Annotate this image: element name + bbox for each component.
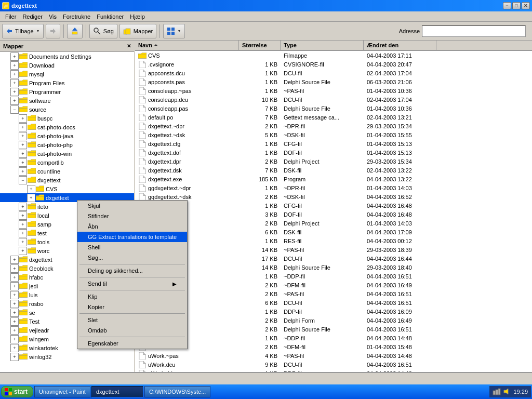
tree-expander[interactable]: + bbox=[10, 282, 19, 290]
tree-item-source[interactable]: − source bbox=[0, 105, 134, 114]
tree-expander[interactable]: + bbox=[10, 326, 19, 335]
tree-expander[interactable]: + bbox=[19, 167, 27, 176]
tree-expander[interactable]: + bbox=[10, 70, 19, 78]
menu-filer[interactable]: Filer bbox=[2, 12, 19, 21]
file-row[interactable]: .cvsignore1 KBCVSIGNORE-fil04-04-2003 20… bbox=[135, 60, 532, 69]
tree-item-programmer[interactable]: + Programmer bbox=[0, 87, 134, 96]
tree-expander[interactable]: + bbox=[19, 123, 27, 131]
context-menu-item[interactable]: Egenskaber bbox=[77, 338, 187, 349]
close-button[interactable]: ✕ bbox=[522, 2, 530, 9]
file-row[interactable]: ..pas22 KBDelphi Source File04-04-2003 1… bbox=[135, 325, 532, 334]
tree-expander[interactable]: + bbox=[19, 158, 27, 167]
file-row[interactable]: dxgettext.cfg1 KBCFG-fil01-04-2003 15:13 bbox=[135, 139, 532, 148]
tree-item-software[interactable]: + software bbox=[0, 96, 134, 105]
tree-expander[interactable]: + bbox=[19, 150, 27, 158]
context-menu-item[interactable]: Shell bbox=[77, 242, 187, 252]
file-row[interactable]: gqdxgettext.~dsk2 KB~DSK-fil04-04-2003 1… bbox=[135, 192, 532, 201]
tree-item-buspc[interactable]: + buspc bbox=[0, 114, 134, 123]
menu-rediger[interactable]: Rediger bbox=[19, 12, 46, 21]
col-header-name[interactable]: Navn bbox=[135, 41, 239, 50]
tree-expander[interactable]: + bbox=[19, 238, 27, 246]
tree-expander[interactable]: + bbox=[10, 256, 19, 264]
file-row[interactable]: ..pas14 KBDelphi Source File29-03-2003 1… bbox=[135, 263, 532, 272]
file-row[interactable]: CVSFilmappe04-04-2003 17:11 bbox=[135, 51, 532, 60]
tree-expander[interactable]: + bbox=[10, 79, 19, 87]
col-header-type[interactable]: Type bbox=[281, 41, 364, 50]
tree-expander[interactable]: − bbox=[10, 105, 19, 114]
context-menu-item[interactable]: Omdøb bbox=[77, 325, 187, 336]
file-row[interactable]: ..res1 KBRES-fil04-04-2003 00:12 bbox=[135, 236, 532, 245]
context-menu-item[interactable]: Søg... bbox=[77, 252, 187, 263]
tree-expander[interactable]: − bbox=[19, 176, 27, 184]
taskbar-item[interactable]: Unavngivet - Paint bbox=[34, 386, 90, 397]
file-row[interactable]: ..dfm2 KBDelphi Form04-04-2003 16:49 bbox=[135, 316, 532, 325]
search-button[interactable]: Søg bbox=[89, 24, 117, 38]
back-button[interactable]: Tilbage bbox=[2, 24, 44, 38]
file-row[interactable]: ..dpr2 KBDelphi Project01-04-2003 14:03 bbox=[135, 219, 532, 228]
tree-expander[interactable]: + bbox=[19, 203, 27, 211]
tree-item-download[interactable]: + Download bbox=[0, 61, 134, 70]
file-row[interactable]: uWork.~dfm2 KB~DFM-fil01-04-2003 15:48 bbox=[135, 342, 532, 351]
views-button[interactable] bbox=[163, 24, 185, 38]
tree-item-dxgettext[interactable]: − dxgettext bbox=[0, 176, 134, 184]
tree-item-docs[interactable]: + Documents and Settings bbox=[0, 52, 134, 61]
context-menu-item[interactable]: Stifinder bbox=[77, 211, 187, 221]
file-row[interactable]: ..ddp1 KBDDP-fil04-04-2003 16:09 bbox=[135, 307, 532, 316]
context-menu-item[interactable]: Kopier bbox=[77, 302, 187, 312]
tree-expander[interactable]: + bbox=[19, 114, 27, 123]
file-row[interactable]: dxgettext.dof1 KBDOF-fil01-04-2003 15:13 bbox=[135, 148, 532, 157]
tree-item-cvs[interactable]: + CVS bbox=[0, 184, 134, 193]
tree-expander[interactable]: + bbox=[10, 273, 19, 282]
tree-item-cat-photo-php[interactable]: + cat-photo-php bbox=[0, 140, 134, 149]
tree-item-mysql[interactable]: + mysql bbox=[0, 70, 134, 78]
up-button[interactable] bbox=[67, 24, 83, 38]
tree-item-progfiles[interactable]: + Program Files bbox=[0, 78, 134, 87]
folders-button[interactable]: Mapper bbox=[119, 24, 156, 38]
tree-item-winlog32[interactable]: + winlog32 bbox=[0, 352, 134, 361]
file-row[interactable]: ..~ddp21 KB~DDP-fil04-04-2003 14:48 bbox=[135, 334, 532, 342]
file-row[interactable]: ggdxgettext.~dpr1 KB~DPR-fil01-04-2003 1… bbox=[135, 183, 532, 192]
context-menu-item[interactable]: Slet bbox=[77, 315, 187, 325]
tree-expander[interactable]: + bbox=[10, 309, 19, 317]
file-row[interactable]: dxgettext.dpr2 KBDelphi Project29-03-200… bbox=[135, 157, 532, 166]
file-row[interactable]: uWork.~pas4 KB~PAS-fil04-04-2003 14:48 bbox=[135, 351, 532, 360]
context-menu-item[interactable]: GG Extract translations to template bbox=[77, 232, 187, 242]
context-menu-item[interactable]: Send til▶ bbox=[77, 278, 187, 289]
tree-expander[interactable]: + bbox=[10, 52, 19, 61]
file-row[interactable]: appconsts.dcu1 KBDCU-fil02-04-2003 17:04 bbox=[135, 69, 532, 77]
file-row[interactable]: ..dcu17 KBDCU-fil04-04-2003 16:44 bbox=[135, 254, 532, 263]
menu-hjaelp[interactable]: Hjælp bbox=[127, 12, 148, 21]
tree-expander[interactable]: + bbox=[10, 300, 19, 308]
tree-expander[interactable]: + bbox=[19, 220, 27, 229]
file-row[interactable]: ..~pas22 KB~PAS-fil04-04-2003 16:51 bbox=[135, 289, 532, 298]
file-row[interactable]: ..~ddp1 KB~DDP-fil04-04-2003 16:51 bbox=[135, 272, 532, 281]
tree-item-comportlib[interactable]: + comportlib bbox=[0, 158, 134, 167]
file-row[interactable]: ..dof3 KBDOF-fil04-04-2003 16:48 bbox=[135, 210, 532, 219]
minimize-button[interactable]: − bbox=[503, 2, 511, 9]
col-header-size[interactable]: Størrelse bbox=[239, 41, 281, 50]
maximize-button[interactable]: □ bbox=[512, 2, 521, 9]
tree-expander[interactable]: + bbox=[10, 353, 19, 361]
tree-expander[interactable]: + bbox=[19, 141, 27, 149]
taskbar-item[interactable]: C:\WINDOWS\Syste... bbox=[144, 386, 210, 397]
file-row[interactable]: dxgettext.exe185 KBProgram04-04-2003 13:… bbox=[135, 175, 532, 183]
tree-expander[interactable]: + bbox=[10, 88, 19, 96]
tree-expander[interactable]: + bbox=[19, 211, 27, 220]
context-menu-item[interactable]: Deling og sikkerhed... bbox=[77, 265, 187, 276]
panel-close-button[interactable]: ✕ bbox=[127, 43, 131, 49]
file-row[interactable]: uWork.dcu9 KBDCU-fil04-04-2003 16:51 bbox=[135, 360, 532, 369]
address-input[interactable] bbox=[422, 25, 526, 37]
tree-expander[interactable]: + bbox=[10, 264, 19, 273]
tree-item-countline[interactable]: + countline bbox=[0, 167, 134, 176]
file-row[interactable]: uWork.ddp1 KBDDP-fil04-04-2003 14:48 bbox=[135, 369, 532, 372]
tree-expander[interactable]: + bbox=[27, 185, 35, 193]
file-row[interactable]: ..~dfm2 KB~DFM-fil04-04-2003 16:49 bbox=[135, 281, 532, 289]
context-menu-item[interactable]: Klip bbox=[77, 291, 187, 302]
file-row[interactable]: consoleapp.pas7 KBDelphi Source File01-0… bbox=[135, 104, 532, 113]
file-row[interactable]: ..cfg1 KBCFG-fil04-04-2003 16:48 bbox=[135, 201, 532, 210]
tree-expander[interactable]: + bbox=[19, 247, 27, 255]
tree-expander[interactable]: + bbox=[10, 335, 19, 343]
tree-item-cat-photo-win[interactable]: + cat-photo-win bbox=[0, 149, 134, 158]
tree-expander[interactable]: + bbox=[19, 229, 27, 237]
tree-item-cat-photo-java[interactable]: + cat-photo-java bbox=[0, 131, 134, 140]
